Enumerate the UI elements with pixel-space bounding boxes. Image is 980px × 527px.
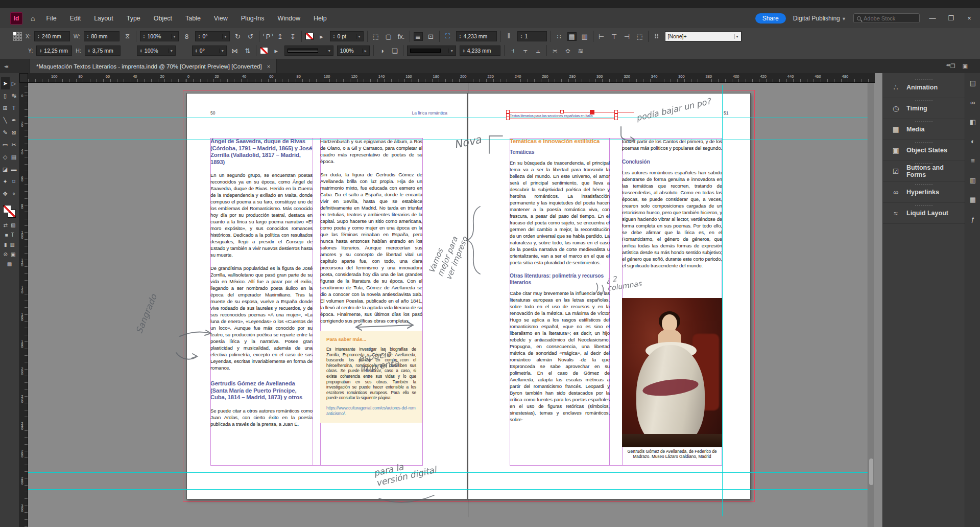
reference-point-proxy[interactable] (13, 32, 22, 41)
eyedropper-tool[interactable]: ✦ (1, 175, 10, 188)
menu-type[interactable]: Type (127, 15, 140, 22)
rotate-cw-icon[interactable]: ↻ (233, 33, 243, 40)
fill-flyout-icon[interactable]: ▸ (272, 47, 281, 55)
menu-file[interactable]: File (46, 15, 56, 22)
stroke-color-swatch[interactable] (305, 33, 314, 40)
select-next-icon[interactable]: ↧ (289, 33, 298, 40)
horizontal-ruler[interactable]: 1008060402002040608010012014016018020022… (28, 73, 875, 83)
flip-horizontal-icon[interactable]: ⋈ (230, 47, 240, 55)
gradient-panel-icon[interactable]: ▥ (965, 170, 980, 190)
columns-field[interactable]: ▲▼1 (517, 31, 547, 41)
stroke-flyout-icon[interactable]: ▸ (317, 33, 326, 40)
stroke-weight-field[interactable]: ▲▼0 pt▾ (330, 31, 364, 41)
fill-swatch[interactable] (3, 205, 11, 213)
gap-tool[interactable]: ↹ (10, 89, 18, 102)
line-tool[interactable]: ╲ (1, 114, 10, 126)
frame-fitting-proxy[interactable]: ⛶ (443, 32, 452, 40)
adobe-stock-search[interactable] (853, 13, 920, 23)
effects-panel-icon[interactable]: ƒ (965, 209, 980, 228)
links-panel-icon[interactable]: ∞ (965, 93, 980, 112)
corner-options-icon[interactable]: ⬚ (371, 33, 380, 40)
normal-view-mode-icon[interactable]: ▣ (11, 251, 15, 257)
opacity-icon[interactable]: ◑ (377, 47, 387, 55)
flip-vertical-icon[interactable]: ⇅ (243, 47, 252, 55)
hand-tool[interactable]: ✥ (1, 188, 10, 200)
distribute-right-icon[interactable]: ⫠ (534, 47, 543, 55)
menu-view[interactable]: View (214, 15, 228, 22)
close-tab-icon[interactable]: × (267, 63, 270, 70)
minimize-button[interactable]: — (927, 14, 938, 22)
distribute-center-icon[interactable]: ⫟ (521, 47, 530, 55)
selection-handle[interactable] (506, 113, 510, 117)
y-field[interactable]: ▲▼12,25 mm (36, 45, 72, 56)
selection-handle[interactable] (560, 110, 564, 113)
panel-object-states[interactable]: ▣Object States (883, 140, 965, 161)
measure-tool[interactable]: ⌑ (10, 175, 18, 188)
stroke-panel-icon[interactable]: ≡ (965, 151, 980, 170)
vertical-align-bottom-icon[interactable]: ≎ (563, 47, 572, 55)
align-frame-icon[interactable]: ⬚ (635, 33, 644, 40)
screen-mode-icon[interactable]: ▣ (963, 63, 968, 70)
drop-shadow-icon[interactable]: ❏ (390, 47, 399, 55)
panel-media[interactable]: ▦Media (883, 119, 965, 140)
shear-field[interactable]: ▲▼0°▾ (192, 45, 227, 56)
align-right-icon[interactable]: ⊣ (623, 33, 632, 40)
select-previous-icon[interactable]: ↥ (276, 33, 285, 40)
collapse-panels-icon[interactable]: ◂◂ (4, 63, 7, 69)
effects-icon[interactable]: fx. (397, 33, 406, 40)
free-transform-tool[interactable]: ◇ (1, 151, 10, 163)
rotate-ccw-icon[interactable]: ↺ (246, 33, 255, 40)
stroke-style-select[interactable]: ▾ (284, 45, 333, 56)
menu-object[interactable]: Object (154, 15, 172, 22)
selection-handle[interactable] (506, 110, 510, 113)
object-style-dots-icon[interactable]: ⠿ (652, 33, 661, 40)
text-frame-options-icon[interactable]: ▤ (567, 32, 577, 41)
preview-mode-icon[interactable]: ▩ (7, 261, 12, 267)
object-style-select[interactable]: [None]+▾ (665, 31, 742, 41)
vertical-align-top-icon[interactable]: ≍ (551, 47, 560, 55)
selection-tool[interactable]: ➤ (1, 77, 10, 89)
align-left-icon[interactable]: ⊢ (597, 33, 606, 40)
note-tool[interactable]: ▬ (10, 163, 18, 175)
constrain-proportions-icon[interactable]: ⧖ (123, 32, 132, 40)
selection-handle[interactable] (506, 117, 510, 120)
tint-field[interactable]: 100%▸ (337, 45, 370, 56)
h-field[interactable]: ▲▼3,75 mm (85, 45, 121, 56)
x-field[interactable]: ▲▼240 mm (34, 31, 70, 41)
menu-layout[interactable]: Layout (94, 15, 113, 22)
document-scrollbar[interactable] (868, 83, 874, 527)
apply-none-icon[interactable]: ⊘ (4, 251, 8, 257)
type-tool[interactable]: T (10, 102, 18, 114)
rectangle-tool[interactable]: ▭ (1, 139, 10, 151)
restore-button[interactable]: ❐ (945, 14, 957, 22)
portrait-image[interactable]: Gertrudis Gómez de Avellaneda, de Federi… (622, 298, 722, 460)
layers-panel-icon[interactable]: ◧ (965, 112, 980, 131)
gradient-swatch-tool[interactable]: ▤ (10, 151, 18, 163)
baseline-grid-icon[interactable]: ≋ (576, 47, 585, 55)
sidebar-box[interactable]: Para saber más... Es interesante investi… (320, 331, 422, 423)
arrange-documents-icon[interactable]: ❐ (950, 63, 955, 70)
select-container-icon[interactable]: ⌜P⌝ (263, 33, 272, 40)
guide-vertical[interactable] (722, 85, 723, 516)
pasteboard[interactable]: 50 La lírica romántica 51 Textos literar… (28, 83, 875, 527)
scrollbar-thumb[interactable] (869, 459, 873, 485)
search-input[interactable] (864, 15, 915, 21)
pen-tool[interactable]: ✒ (10, 114, 18, 126)
guide-horizontal[interactable] (28, 472, 869, 473)
bullet-list-icon[interactable]: ∷ (555, 33, 564, 40)
fill-color-swatch[interactable] (260, 47, 268, 54)
pages-panel-icon[interactable]: ▤ (965, 73, 980, 93)
scale-y-field[interactable]: ▲▼100%▾ (137, 45, 176, 56)
rotation-field[interactable]: ▲▼0°▾ (195, 31, 230, 41)
apply-to-text-icon[interactable]: T (11, 232, 14, 238)
pencil-tool[interactable]: ✎ (1, 126, 10, 139)
corner-shape-icon[interactable]: ▢ (384, 33, 393, 40)
menu-plug-ins[interactable]: Plug-Ins (241, 15, 265, 22)
rectangle-frame-tool[interactable]: ⊠ (10, 126, 18, 139)
panel-timing[interactable]: ◷Timing (883, 98, 965, 119)
link-scale-icon[interactable]: 8 (182, 33, 192, 40)
page-tool[interactable]: ▯ (1, 89, 10, 102)
workspace-switcher[interactable]: Digital Publishing ▼ (793, 15, 846, 22)
panel-hyperlinks[interactable]: ∞Hyperlinks (883, 182, 965, 203)
apply-to-container-icon[interactable]: ■ (5, 232, 8, 238)
